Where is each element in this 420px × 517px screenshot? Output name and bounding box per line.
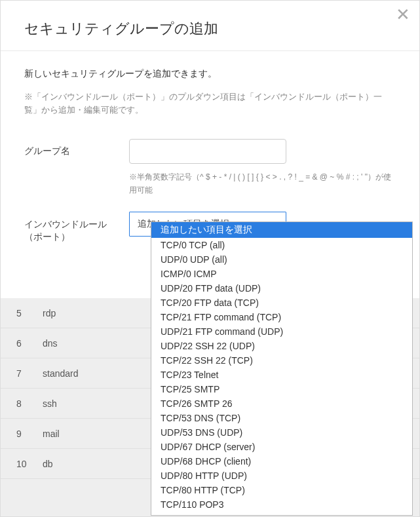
- row-name: ssh: [43, 398, 57, 409]
- dropdown-option[interactable]: UDP/20 FTP data (UDP): [151, 281, 412, 296]
- inbound-label-line1: インバウンドルール: [24, 219, 107, 229]
- row-name: db: [43, 459, 53, 469]
- dropdown-option[interactable]: UDP/53 DNS (UDP): [151, 425, 412, 440]
- row-num: 7: [16, 368, 43, 379]
- row-num: 9: [16, 429, 43, 439]
- dropdown-option[interactable]: 追加したい項目を選択: [151, 222, 412, 238]
- note-text: ※「インバウンドルール（ポート）」のプルダウン項目は「インバウンドルール（ポート…: [24, 90, 396, 117]
- group-name-helper: ※半角英数字記号（^ $ + - * / | ( ) [ ] { } < > .…: [129, 170, 396, 197]
- dropdown-option[interactable]: TCP/80 HTTP (TCP): [151, 483, 412, 497]
- modal-dialog: 5 rdp オ 6 dns オ 7 standard オ 8 ssh オ: [0, 0, 420, 517]
- dropdown-option[interactable]: UDP/21 FTP command (UDP): [151, 324, 412, 339]
- row-name: mail: [43, 429, 60, 439]
- dropdown-option[interactable]: TCP/110 POP3: [151, 497, 412, 512]
- group-name-label: グループ名: [24, 139, 129, 157]
- inbound-rule-label: インバウンドルール （ポート）: [24, 212, 129, 244]
- dropdown-option[interactable]: UDP/22 SSH 22 (UDP): [151, 339, 412, 353]
- row-num: 6: [16, 338, 43, 349]
- dropdown-option[interactable]: UDP/67 DHCP (server): [151, 440, 412, 454]
- inbound-rule-dropdown[interactable]: 追加したい項目を選択 TCP/0 TCP (all) UDP/0 UDP (al…: [151, 221, 413, 516]
- modal-title: セキュリティグループの追加: [24, 19, 396, 39]
- dropdown-option[interactable]: TCP/20 FTP data (TCP): [151, 296, 412, 310]
- dropdown-option[interactable]: UDP/80 HTTP (UDP): [151, 469, 412, 483]
- dropdown-option[interactable]: ICMP/0 ICMP: [151, 267, 412, 281]
- row-name: standard: [43, 368, 78, 379]
- dropdown-option[interactable]: UDP/0 UDP (all): [151, 252, 412, 267]
- row-num: 8: [16, 398, 43, 409]
- close-icon[interactable]: ✕: [396, 6, 410, 23]
- row-num: 5: [16, 308, 43, 318]
- modal-header: セキュリティグループの追加: [1, 1, 419, 51]
- dropdown-option[interactable]: TCP/21 FTP command (TCP): [151, 310, 412, 324]
- group-name-input[interactable]: [129, 139, 286, 164]
- row-name: rdp: [43, 308, 56, 318]
- dropdown-option[interactable]: TCP/0 TCP (all): [151, 238, 412, 252]
- row-name: dns: [43, 338, 58, 349]
- dropdown-option[interactable]: TCP/25 SMTP: [151, 382, 412, 396]
- intro-text: 新しいセキュリティグループを追加できます。: [24, 68, 396, 80]
- dropdown-option[interactable]: UDP/68 DHCP (client): [151, 454, 412, 469]
- dropdown-option[interactable]: TCP/53 DNS (TCP): [151, 411, 412, 425]
- row-num: 10: [16, 459, 43, 469]
- group-name-row: グループ名 ※半角英数字記号（^ $ + - * / | ( ) [ ] { }…: [24, 132, 396, 197]
- dropdown-option[interactable]: TCP/22 SSH 22 (TCP): [151, 353, 412, 368]
- dropdown-option[interactable]: TCP/23 Telnet: [151, 368, 412, 382]
- inbound-label-line2: （ポート）: [24, 231, 70, 242]
- dropdown-option[interactable]: TCP/26 SMTP 26: [151, 396, 412, 411]
